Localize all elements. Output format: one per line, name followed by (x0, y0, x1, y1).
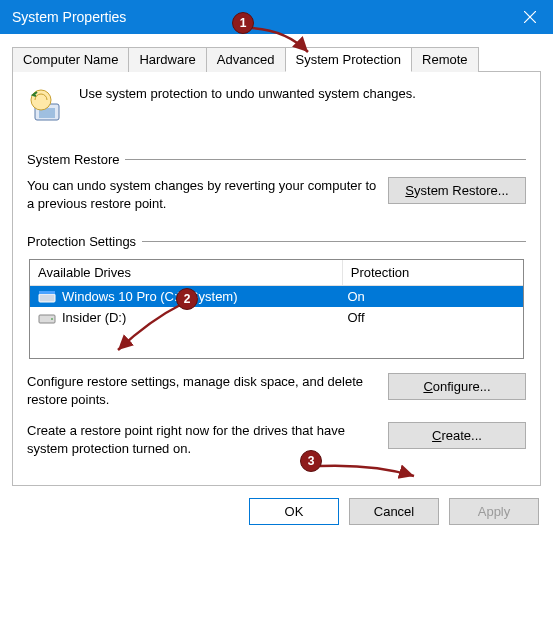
tab-remote[interactable]: Remote (411, 47, 479, 72)
tab-computer-name[interactable]: Computer Name (12, 47, 129, 72)
dialog-footer-buttons: OK Cancel Apply (0, 486, 553, 539)
group-label-system-restore: System Restore (27, 152, 125, 167)
group-system-restore: System Restore You can undo system chang… (27, 152, 526, 212)
svg-rect-6 (39, 291, 55, 294)
group-protection-settings: Protection Settings Available Drives Pro… (27, 234, 526, 457)
configure-text: Configure restore settings, manage disk … (27, 373, 378, 408)
drive-icon (38, 311, 56, 325)
annotation-badge-2: 2 (176, 288, 198, 310)
drive-icon (38, 290, 56, 304)
annotation-arrow-2 (110, 300, 188, 356)
apply-button[interactable]: Apply (449, 498, 539, 525)
annotation-badge-1: 1 (232, 12, 254, 34)
intro-row: Use system protection to undo unwanted s… (27, 86, 526, 126)
configure-button[interactable]: Configure... (388, 373, 526, 400)
drive-protection: Off (348, 310, 516, 325)
dialog-body: Computer Name Hardware Advanced System P… (0, 34, 553, 486)
create-text: Create a restore point right now for the… (27, 422, 378, 457)
group-label-protection-settings: Protection Settings (27, 234, 142, 249)
window-title: System Properties (12, 9, 126, 25)
annotation-badge-3: 3 (300, 450, 322, 472)
drive-row[interactable]: Insider (D:) Off (30, 307, 523, 328)
svg-rect-5 (39, 294, 55, 302)
system-restore-button[interactable]: System Restore... (388, 177, 526, 204)
annotation-arrow-3 (314, 460, 420, 484)
close-icon[interactable] (507, 0, 553, 34)
svg-point-8 (51, 318, 53, 320)
drive-row[interactable]: Windows 10 Pro (C:) (System) On (30, 286, 523, 307)
tab-hardware[interactable]: Hardware (128, 47, 206, 72)
drives-listbox[interactable]: Available Drives Protection Windows 10 P… (29, 259, 524, 359)
ok-button[interactable]: OK (249, 498, 339, 525)
system-restore-text: You can undo system changes by reverting… (27, 177, 378, 212)
column-header-drives[interactable]: Available Drives (30, 260, 343, 285)
drive-protection: On (348, 289, 516, 304)
tab-panel-system-protection: Use system protection to undo unwanted s… (12, 72, 541, 486)
intro-text: Use system protection to undo unwanted s… (79, 86, 416, 101)
restore-globe-icon (27, 86, 67, 126)
annotation-arrow-1 (246, 24, 316, 58)
create-button[interactable]: Create... (388, 422, 526, 449)
cancel-button[interactable]: Cancel (349, 498, 439, 525)
column-header-protection[interactable]: Protection (343, 260, 523, 285)
